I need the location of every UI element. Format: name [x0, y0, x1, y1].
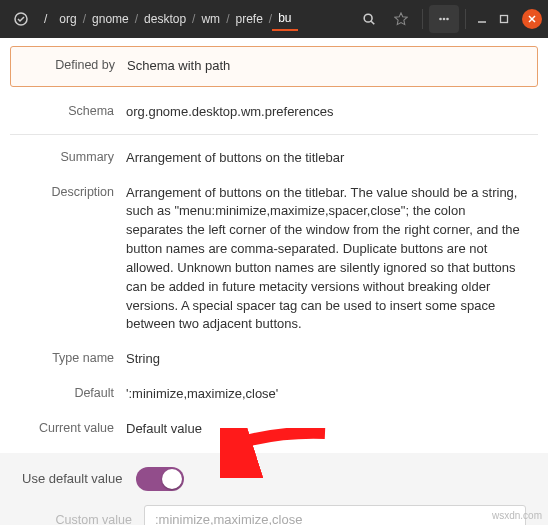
svg-point-1 [364, 14, 372, 22]
crumb-wm[interactable]: wm [195, 8, 226, 30]
search-button[interactable] [354, 5, 384, 33]
window-close[interactable] [522, 9, 542, 29]
value-default: ':minimize,maximize,close' [126, 385, 532, 404]
svg-line-2 [371, 21, 374, 24]
label-schema: Schema [16, 103, 126, 118]
label-current-value: Current value [16, 420, 126, 435]
bookmark-button[interactable] [386, 5, 416, 33]
crumb-root[interactable]: / [38, 8, 53, 30]
maximize-icon [499, 14, 509, 24]
watermark: wsxdn.com [492, 510, 542, 521]
crumb-button-layout[interactable]: bu [272, 7, 297, 31]
crumb-org[interactable]: org [53, 8, 82, 30]
toggle-section: Use default value Custom value [0, 453, 548, 525]
value-description: Arrangement of buttons on the titlebar. … [126, 184, 532, 335]
value-current-value: Default value [126, 420, 532, 439]
crumb-preferences[interactable]: prefe [229, 8, 268, 30]
crumb-desktop[interactable]: desktop [138, 8, 192, 30]
custom-value-row: Custom value [16, 505, 532, 525]
svg-rect-7 [501, 16, 508, 23]
label-summary: Summary [16, 149, 126, 164]
row-current-value: Current value Default value [10, 412, 538, 447]
row-summary: Summary Arrangement of buttons on the ti… [10, 141, 538, 176]
window-maximize[interactable] [494, 9, 514, 29]
search-icon [362, 12, 376, 26]
value-summary: Arrangement of buttons on the titlebar [126, 149, 532, 168]
custom-value-input[interactable] [144, 505, 526, 525]
label-type-name: Type name [16, 350, 126, 365]
custom-value-label: Custom value [22, 513, 132, 525]
window-minimize[interactable] [472, 9, 492, 29]
use-default-row: Use default value [16, 467, 532, 491]
headerbar: / org / gnome / desktop / wm / prefe / b… [0, 0, 548, 38]
content: Defined by Schema with path Schema org.g… [0, 38, 548, 525]
value-type-name: String [126, 350, 532, 369]
label-description: Description [16, 184, 126, 199]
label-default: Default [16, 385, 126, 400]
use-default-label: Use default value [22, 471, 122, 486]
row-default: Default ':minimize,maximize,close' [10, 377, 538, 412]
row-type-name: Type name String [10, 342, 538, 377]
menu-button[interactable] [429, 5, 459, 33]
minimize-icon [477, 14, 487, 24]
crumb-gnome[interactable]: gnome [86, 8, 135, 30]
dots-icon [437, 12, 451, 26]
close-icon [527, 14, 537, 24]
use-default-switch[interactable] [136, 467, 184, 491]
app-icon[interactable] [6, 5, 36, 33]
svg-point-3 [439, 18, 442, 21]
label-defined-by: Defined by [17, 57, 127, 72]
value-defined-by: Schema with path [127, 57, 531, 76]
row-defined-by: Defined by Schema with path [10, 46, 538, 87]
value-schema: org.gnome.desktop.wm.preferences [126, 103, 532, 122]
row-schema: Schema org.gnome.desktop.wm.preferences [10, 95, 538, 130]
breadcrumbs: / org / gnome / desktop / wm / prefe / b… [38, 7, 352, 31]
row-description: Description Arrangement of buttons on th… [10, 176, 538, 343]
star-icon [394, 12, 408, 26]
svg-point-4 [443, 18, 446, 21]
svg-point-5 [446, 18, 449, 21]
